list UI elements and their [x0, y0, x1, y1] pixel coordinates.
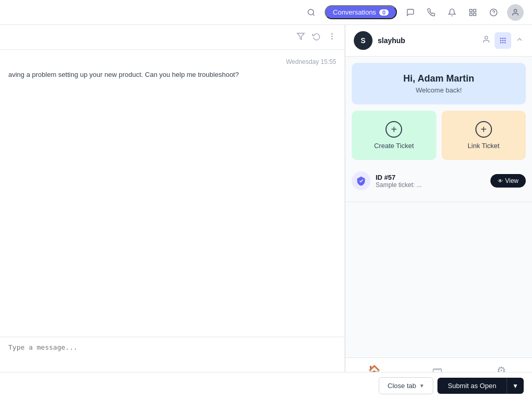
- svg-rect-17: [500, 40, 501, 41]
- svg-rect-19: [504, 40, 506, 41]
- create-plus-icon: +: [385, 121, 402, 138]
- message-bubble: aving a problem setting up your new prod…: [8, 70, 271, 80]
- ticket-id: ID #57: [376, 174, 485, 181]
- svg-rect-16: [504, 38, 506, 39]
- svg-point-8: [514, 9, 516, 12]
- ticket-item: ID #57 Sample ticket: ... 👁 View: [352, 166, 526, 195]
- create-ticket-label: Create Ticket: [374, 142, 414, 150]
- svg-point-10: [331, 33, 332, 34]
- svg-rect-4: [473, 13, 476, 16]
- chat-toolbar: [0, 25, 344, 50]
- submit-group: Submit as Open ▼: [437, 378, 524, 394]
- right-panel: S slayhub Hi, Adam Martin Welcome back!: [345, 25, 532, 399]
- history-icon[interactable]: [312, 32, 321, 43]
- main-container: Wednesday 15:55 aving a problem setting …: [0, 25, 532, 399]
- grid-apps-icon[interactable]: [495, 32, 511, 49]
- grid-icon[interactable]: [466, 5, 480, 20]
- agent-info: S slayhub: [354, 31, 405, 50]
- user-avatar[interactable]: [507, 4, 524, 21]
- conversations-button[interactable]: Conversations 0: [325, 5, 397, 19]
- close-tab-button[interactable]: Close tab ▼: [379, 377, 433, 394]
- submit-open-button[interactable]: Submit as Open: [437, 378, 507, 394]
- collapse-icon[interactable]: [515, 35, 524, 46]
- more-options-icon[interactable]: [328, 32, 336, 43]
- link-plus-icon: +: [475, 121, 492, 138]
- svg-rect-20: [500, 42, 501, 43]
- ticket-info: ID #57 Sample ticket: ...: [376, 174, 485, 189]
- agent-name: slayhub: [378, 36, 405, 45]
- svg-point-11: [331, 36, 332, 36]
- chat-panel: Wednesday 15:55 aving a problem setting …: [0, 25, 345, 399]
- action-buttons: + Create Ticket + Link Ticket: [345, 111, 532, 166]
- svg-line-1: [313, 14, 314, 16]
- create-ticket-button[interactable]: + Create Ticket: [352, 111, 436, 160]
- chevron-down-icon: ▼: [419, 383, 424, 389]
- svg-rect-21: [502, 42, 503, 43]
- submit-dropdown-button[interactable]: ▼: [507, 378, 524, 394]
- agent-header: S slayhub: [345, 25, 532, 57]
- svg-point-13: [485, 36, 487, 39]
- svg-rect-22: [504, 42, 506, 43]
- svg-rect-15: [502, 38, 503, 39]
- agent-avatar: S: [354, 31, 373, 50]
- welcome-subtitle: Welcome back!: [362, 86, 515, 94]
- svg-point-12: [331, 38, 332, 39]
- bell-icon[interactable]: [445, 5, 459, 20]
- conversations-count: 0: [379, 9, 389, 16]
- svg-rect-18: [502, 40, 503, 41]
- chat-messages: Wednesday 15:55 aving a problem setting …: [0, 50, 344, 337]
- welcome-title: Hi, Adam Martin: [362, 73, 515, 84]
- ticket-description: Sample ticket: ...: [376, 181, 485, 189]
- svg-rect-5: [470, 13, 472, 16]
- ticket-section: ID #57 Sample ticket: ... 👁 View: [345, 166, 532, 202]
- conversations-label: Conversations: [333, 8, 376, 16]
- help-icon[interactable]: [486, 5, 501, 20]
- svg-marker-9: [297, 33, 304, 39]
- bottom-action-bar: Close tab ▼ Submit as Open ▼: [0, 372, 532, 399]
- person-icon[interactable]: [482, 35, 490, 46]
- link-ticket-button[interactable]: + Link Ticket: [442, 111, 526, 160]
- link-ticket-label: Link Ticket: [468, 142, 499, 150]
- phone-icon[interactable]: [424, 5, 438, 20]
- search-icon[interactable]: [304, 5, 318, 20]
- view-ticket-button[interactable]: 👁 View: [490, 174, 526, 188]
- ticket-shield-icon: [352, 171, 370, 190]
- svg-point-0: [308, 9, 314, 15]
- welcome-box: Hi, Adam Martin Welcome back!: [352, 63, 526, 104]
- svg-rect-14: [500, 38, 501, 39]
- chat-icon[interactable]: [403, 5, 418, 20]
- top-navigation: Conversations 0: [0, 0, 532, 25]
- panel-spacer: [345, 202, 532, 357]
- svg-rect-3: [473, 9, 476, 12]
- svg-rect-2: [470, 9, 472, 12]
- message-timestamp: Wednesday 15:55: [8, 58, 336, 65]
- filter-icon[interactable]: [297, 32, 305, 43]
